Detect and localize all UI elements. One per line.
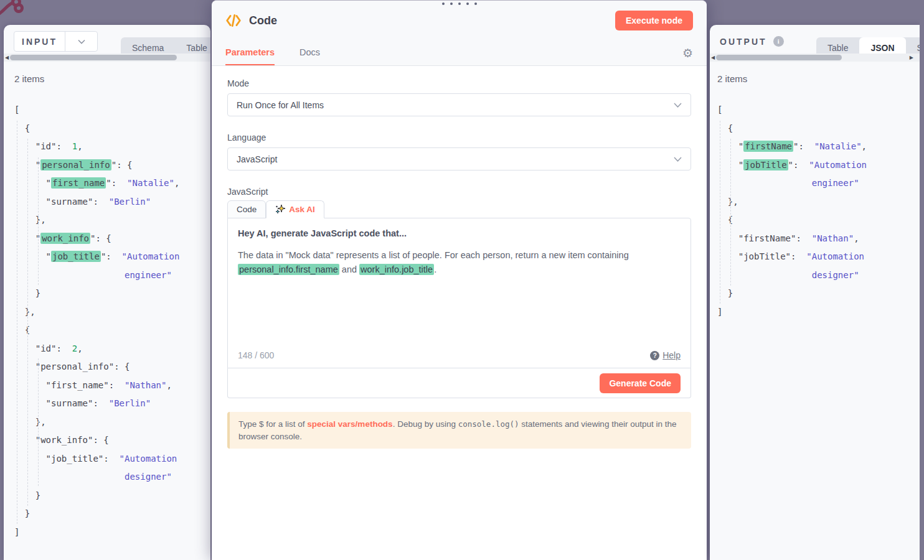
modal-body: Mode Run Once for All Items Language Jav… [212,66,707,461]
generate-code-row: Generate Code [227,368,691,398]
input-items-count: 2 items [14,73,44,84]
chevron-down-icon [674,157,682,162]
indent-guide [730,139,731,286]
scroll-right-icon[interactable]: ▶ [910,54,913,62]
input-horizontal-scrollbar[interactable]: ◀ [4,54,210,62]
scrollbar-thumb[interactable] [10,55,177,60]
mode-select[interactable]: Run Once for All Items [227,93,691,116]
output-panel-header: OUTPUT i Table JSON Schema [720,31,920,52]
indent-guide [38,157,39,285]
mode-label: Mode [227,78,691,88]
canvas-right-edge [920,0,924,560]
prompt-text: The data in "Mock data" represents a lis… [238,248,671,277]
gear-icon[interactable]: ⚙ [682,47,693,59]
tab-parameters[interactable]: Parameters [225,47,275,65]
language-label: Language [227,133,691,142]
input-json-tree: [ { "id": 1, "personal_info": { "first_n… [14,101,179,541]
question-icon: ? [650,351,659,360]
help-link[interactable]: ? Help [650,350,681,360]
code-hint-notice: Type $ for a list of special vars/method… [227,412,691,449]
indent-guide [720,121,720,304]
output-horizontal-scrollbar[interactable]: ◀ ▶ [710,54,920,62]
javascript-label: JavaScript [227,187,691,197]
tab-docs[interactable]: Docs [299,47,320,65]
tab-ask-ai[interactable]: Ask AI [266,200,324,218]
scrollbar-thumb[interactable] [716,55,842,60]
code-node-modal: Code Execute node Parameters Docs ⚙ Mode… [212,0,707,560]
ask-ai-prompt-area[interactable]: Hey AI, generate JavaScript code that...… [227,218,691,368]
output-json-tree: [ { "firstName": "Natalie", "jobTitle": … [717,101,867,321]
char-count: 148 / 600 [238,350,274,360]
language-select[interactable]: JavaScript [227,147,691,170]
sparkles-icon [275,204,285,214]
indent-guide [27,139,28,506]
modal-header-area: Code Execute node Parameters Docs ⚙ [212,1,707,66]
chevron-down-icon [674,103,682,108]
input-panel-header: INPUT Schema Table [14,31,210,52]
output-panel-title: OUTPUT [720,37,767,47]
indent-guide [38,358,39,486]
output-panel: OUTPUT i Table JSON Schema ◀ ▶ 2 items [… [710,25,920,560]
scroll-left-icon[interactable]: ◀ [711,54,715,62]
language-value: JavaScript [237,154,277,164]
execute-node-button[interactable]: Execute node [615,11,693,30]
mode-value: Run Once for All Items [237,100,324,110]
scroll-left-icon[interactable]: ◀ [5,54,9,62]
drag-handle[interactable] [442,2,477,5]
tab-code[interactable]: Code [227,200,266,218]
input-panel: INPUT Schema Table ◀ 2 items [ { "id": 1… [4,25,210,560]
info-icon[interactable]: i [773,36,784,47]
prompt-heading: Hey AI, generate JavaScript code that... [238,228,681,238]
chevron-down-icon[interactable] [65,32,97,51]
code-node-icon [225,12,242,29]
modal-tabs: Parameters Docs [225,47,320,65]
indent-guide [17,121,17,524]
n8n-canvas-logo [0,0,75,20]
node-title: Code [249,14,277,27]
editor-tabs: Code Ask AI [227,200,691,218]
input-source-select[interactable]: INPUT [14,31,98,52]
input-panel-title: INPUT [14,32,65,51]
generate-code-button[interactable]: Generate Code [600,373,681,393]
output-items-count: 2 items [717,73,747,84]
